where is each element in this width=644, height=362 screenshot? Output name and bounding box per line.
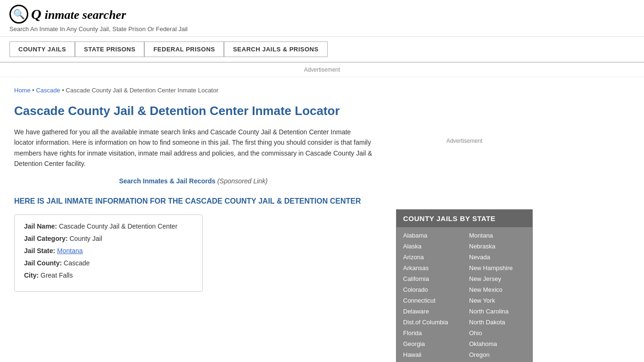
nav-buttons: COUNTY JAILS STATE PRISONS FEDERAL PRISO…: [9, 41, 635, 57]
logo-icon: 🔍: [9, 5, 28, 24]
state-link-arizona[interactable]: Arizona: [398, 252, 464, 263]
breadcrumb-home[interactable]: Home: [14, 87, 31, 94]
county-jails-box: COUNTY JAILS BY STATE AlabamaAlaskaArizo…: [396, 209, 533, 362]
state-link-new-york[interactable]: New York: [464, 295, 530, 306]
nav-county-jails[interactable]: COUNTY JAILS: [9, 41, 75, 57]
state-link-montana[interactable]: Montana: [464, 230, 530, 241]
breadcrumb-cascade[interactable]: Cascade: [36, 87, 60, 94]
tagline: Search An Inmate In Any County Jail, Sta…: [9, 25, 635, 33]
nav-bar: COUNTY JAILS STATE PRISONS FEDERAL PRISO…: [0, 37, 644, 63]
state-link-new-jersey[interactable]: New Jersey: [464, 273, 530, 284]
jail-state-link[interactable]: Montana: [57, 247, 83, 255]
logo-text: Q inmate searcher: [31, 6, 126, 22]
state-link-alaska[interactable]: Alaska: [398, 241, 464, 252]
county-jails-title: COUNTY JAILS BY STATE: [396, 210, 532, 227]
nav-federal-prisons[interactable]: FEDERAL PRISONS: [144, 41, 224, 57]
state-link-florida[interactable]: Florida: [398, 328, 464, 338]
state-link-new-hampshire[interactable]: New Hampshire: [464, 263, 530, 273]
state-link-distof-columbia[interactable]: Dist.of Columbia: [398, 317, 464, 328]
states-left-column: AlabamaAlaskaArizonaArkansasCaliforniaCo…: [398, 230, 464, 362]
nav-search-jails[interactable]: SEARCH JAILS & PRISONS: [224, 41, 327, 57]
state-link-georgia[interactable]: Georgia: [398, 338, 464, 349]
breadcrumb-current: Cascade County Jail & Detention Center I…: [66, 87, 219, 94]
search-inmates-link[interactable]: Search Inmates & Jail Records: [119, 177, 215, 185]
jail-field-name: Jail Name: Cascade County Jail & Detenti…: [24, 222, 193, 230]
page-title: Cascade County Jail & Detention Center I…: [14, 103, 372, 119]
state-link-nebraska[interactable]: Nebraska: [464, 241, 530, 252]
state-link-colorado[interactable]: Colorado: [398, 284, 464, 295]
jail-field-category: Jail Category: County Jail: [24, 235, 193, 242]
header: 🔍 Q inmate searcher Search An Inmate In …: [0, 0, 644, 37]
main-layout: Home • Cascade • Cascade County Jail & D…: [0, 77, 644, 362]
state-link-oregon[interactable]: Oregon: [464, 349, 530, 360]
ad-bar: Advertisement: [0, 63, 644, 77]
state-link-nevada[interactable]: Nevada: [464, 252, 530, 263]
content-area: Home • Cascade • Cascade County Jail & D…: [0, 77, 387, 362]
state-link-arkansas[interactable]: Arkansas: [398, 263, 464, 273]
state-link-new-mexico[interactable]: New Mexico: [464, 284, 530, 295]
logo-area: 🔍 Q inmate searcher: [9, 5, 635, 24]
states-right-column: MontanaNebraskaNevadaNew HampshireNew Je…: [464, 230, 530, 362]
jail-info-header: HERE IS JAIL INMATE INFORMATION FOR THE …: [14, 196, 372, 206]
state-link-north-carolina[interactable]: North Carolina: [464, 306, 530, 317]
sponsored-label: (Sponsored Link): [217, 177, 268, 185]
sidebar-ad: Advertisement: [396, 82, 533, 200]
state-link-california[interactable]: California: [398, 273, 464, 284]
state-link-delaware[interactable]: Delaware: [398, 306, 464, 317]
state-link-north-dakota[interactable]: North Dakota: [464, 317, 530, 328]
breadcrumb: Home • Cascade • Cascade County Jail & D…: [14, 87, 372, 94]
search-link-area: Search Inmates & Jail Records (Sponsored…: [14, 177, 372, 185]
county-jails-grid: AlabamaAlaskaArizonaArkansasCaliforniaCo…: [396, 227, 532, 362]
state-link-idaho[interactable]: Idaho: [398, 360, 464, 362]
jail-info-box: Jail Name: Cascade County Jail & Detenti…: [14, 214, 203, 292]
state-link-alabama[interactable]: Alabama: [398, 230, 464, 241]
state-link-oklahoma[interactable]: Oklahoma: [464, 338, 530, 349]
nav-state-prisons[interactable]: STATE PRISONS: [75, 41, 144, 57]
jail-field-state: Jail State: Montana: [24, 247, 193, 255]
description: We have gathered for you all the availab…: [14, 127, 372, 169]
sidebar: Advertisement COUNTY JAILS BY STATE Alab…: [387, 77, 542, 362]
state-link-connecticut[interactable]: Connecticut: [398, 295, 464, 306]
state-link-pennsylvania[interactable]: Pennsylvania: [464, 360, 530, 362]
jail-field-county: Jail County: Cascade: [24, 259, 193, 267]
jail-field-city: City: Great Falls: [24, 272, 193, 279]
state-link-hawaii[interactable]: Hawaii: [398, 349, 464, 360]
state-link-ohio[interactable]: Ohio: [464, 328, 530, 338]
